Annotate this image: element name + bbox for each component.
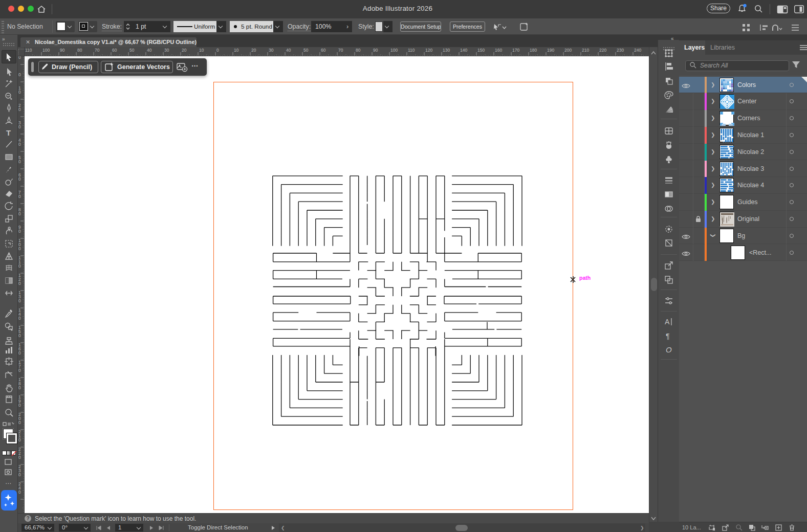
svg-text:0: 0 (18, 333, 21, 338)
svg-text:0: 0 (18, 298, 21, 303)
svg-text:170: 170 (512, 48, 519, 53)
svg-text:110: 110 (25, 48, 32, 53)
svg-text:50: 50 (303, 48, 309, 53)
svg-text:120: 120 (425, 48, 432, 53)
svg-text:path: path (579, 275, 591, 281)
svg-text:0: 0 (18, 229, 21, 234)
svg-text:110: 110 (408, 48, 415, 53)
svg-text:0: 0 (18, 420, 21, 425)
svg-text:70: 70 (95, 48, 100, 53)
svg-text:230: 230 (617, 48, 624, 53)
svg-text:210: 210 (582, 48, 589, 53)
svg-text:90: 90 (373, 48, 378, 53)
svg-text:150: 150 (477, 48, 485, 53)
svg-text:0: 0 (18, 437, 21, 442)
svg-text:0: 0 (18, 72, 21, 77)
svg-text:70: 70 (338, 48, 343, 53)
svg-text:30: 30 (269, 48, 274, 53)
svg-text:30: 30 (164, 48, 169, 53)
svg-text:80: 80 (77, 48, 82, 53)
svg-text:0: 0 (18, 403, 21, 408)
svg-text:0: 0 (18, 281, 21, 286)
svg-text:0: 0 (18, 56, 21, 60)
svg-text:40: 40 (147, 48, 152, 53)
svg-text:200: 200 (564, 48, 572, 53)
svg-text:0: 0 (18, 472, 21, 477)
svg-text:10: 10 (234, 48, 239, 53)
svg-text:A: A (665, 318, 670, 326)
svg-text:0: 0 (18, 455, 21, 460)
svg-text:0: 0 (18, 124, 21, 129)
svg-text:0: 0 (18, 350, 21, 356)
svg-text:100: 100 (42, 48, 50, 53)
svg-text:20: 20 (251, 48, 256, 53)
svg-text:190: 190 (547, 48, 554, 53)
svg-text:10: 10 (199, 48, 204, 53)
svg-text:0: 0 (18, 211, 21, 216)
svg-text:0: 0 (18, 316, 21, 321)
svg-text:0: 0 (18, 142, 21, 147)
svg-text:0: 0 (18, 107, 21, 112)
svg-text:¶: ¶ (666, 332, 670, 340)
svg-text:240: 240 (634, 48, 641, 53)
svg-text:0: 0 (18, 368, 21, 373)
svg-text:180: 180 (530, 48, 537, 53)
svg-text:0: 0 (18, 90, 21, 95)
svg-text:O: O (666, 345, 672, 354)
svg-text:20: 20 (182, 48, 187, 53)
svg-text:40: 40 (286, 48, 291, 53)
svg-text:100: 100 (390, 48, 398, 53)
svg-text:50: 50 (129, 48, 135, 53)
svg-text:140: 140 (460, 48, 467, 53)
svg-text:130: 130 (443, 48, 450, 53)
svg-text:90: 90 (60, 48, 65, 53)
svg-text:0: 0 (18, 159, 21, 164)
svg-text:0: 0 (18, 490, 21, 495)
svg-text:0: 0 (18, 176, 21, 182)
svg-text:0: 0 (216, 48, 219, 53)
svg-text:0: 0 (18, 246, 21, 251)
svg-text:60: 60 (112, 48, 117, 53)
svg-text:T: T (6, 128, 11, 137)
svg-text:0: 0 (18, 263, 21, 269)
svg-text:220: 220 (599, 48, 606, 53)
svg-text:160: 160 (495, 48, 502, 53)
svg-text:0: 0 (18, 194, 21, 199)
svg-text:0: 0 (18, 385, 21, 390)
svg-text:60: 60 (321, 48, 326, 53)
svg-text:80: 80 (356, 48, 361, 53)
